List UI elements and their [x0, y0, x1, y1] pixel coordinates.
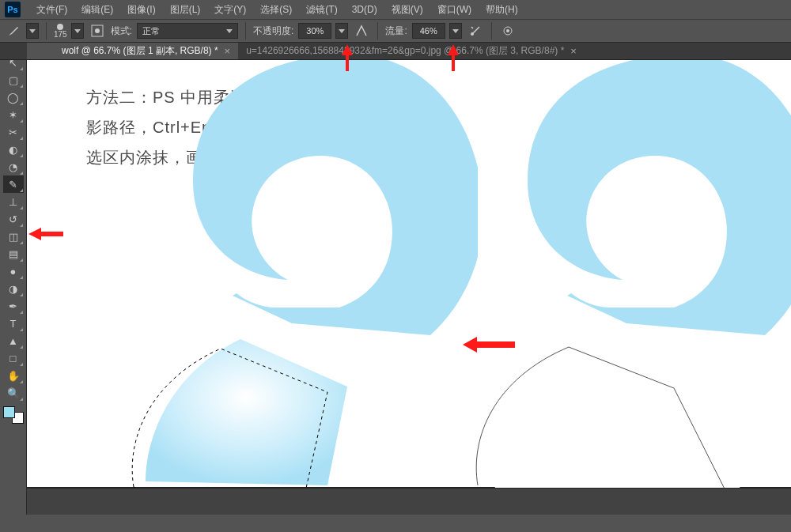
menu-3d[interactable]: 3D(D): [346, 2, 384, 17]
heal-tool[interactable]: ◔: [3, 158, 24, 175]
close-icon[interactable]: ×: [570, 45, 577, 57]
svg-point-4: [506, 29, 509, 32]
tool-preset-dropdown[interactable]: [26, 23, 39, 39]
svg-marker-7: [28, 228, 63, 240]
brush-panel-toggle[interactable]: [89, 22, 106, 40]
eyedropper-tool[interactable]: ◐: [3, 141, 24, 158]
separator: [377, 22, 378, 40]
brush-size-value[interactable]: 175: [54, 30, 67, 39]
canvas[interactable]: 方法二：PS 中用柔边画笔。用钢笔勾出阴 影路径，Ctrl+Enter 变成选区…: [27, 43, 791, 487]
annotation-arrow: [463, 335, 518, 354]
brush-dot-icon: [57, 24, 63, 30]
airbrush-icon[interactable]: [467, 22, 484, 40]
opacity-label: 不透明度:: [253, 25, 293, 38]
annotation-arrow: [441, 44, 465, 76]
menu-help[interactable]: 帮助(H): [479, 2, 524, 18]
tool-panel: ↖▢◯✶✂◐◔✎⊥↺◫▤●◑✒T▲□✋🔍: [0, 43, 27, 515]
quick-select-tool[interactable]: ✶: [3, 106, 24, 123]
separator: [46, 22, 47, 40]
stamp-tool[interactable]: ⊥: [3, 193, 24, 210]
foreground-swatch[interactable]: [3, 406, 15, 418]
tab-title: wolf @ 66.7% (图层 1 副本, RGB/8) *: [62, 44, 218, 58]
document-tab-bar: wolf @ 66.7% (图层 1 副本, RGB/8) * × u=1426…: [0, 43, 791, 60]
menu-filter[interactable]: 滤镜(T): [300, 2, 343, 18]
flow-dropdown[interactable]: [449, 23, 462, 39]
blend-mode-dropdown[interactable]: 正常: [137, 23, 238, 39]
menu-image[interactable]: 图像(I): [121, 2, 161, 18]
menu-bar: Ps 文件(F) 编辑(E) 图像(I) 图层(L) 文字(Y) 选择(S) 滤…: [0, 0, 791, 19]
rect-marquee-tool[interactable]: ▢: [3, 71, 24, 89]
shape-tool[interactable]: □: [3, 349, 24, 367]
opacity-dropdown[interactable]: [335, 23, 348, 39]
gradient-tool[interactable]: ▤: [3, 245, 24, 262]
mode-label: 模式:: [111, 25, 132, 38]
eraser-tool[interactable]: ◫: [3, 228, 24, 245]
svg-marker-5: [342, 44, 353, 71]
zoom-tool[interactable]: 🔍: [3, 384, 24, 402]
dodge-tool[interactable]: ◑: [3, 280, 24, 297]
menu-layer[interactable]: 图层(L): [164, 2, 207, 18]
type-tool[interactable]: T: [3, 315, 24, 332]
pressure-size-icon[interactable]: [499, 22, 517, 40]
svg-point-2: [471, 32, 474, 36]
menu-edit[interactable]: 编辑(E): [75, 2, 119, 18]
canvas-area: 方法二：PS 中用柔边画笔。用钢笔勾出阴 影路径，Ctrl+Enter 变成选区…: [27, 43, 791, 515]
close-icon[interactable]: ×: [225, 45, 231, 57]
svg-marker-8: [463, 337, 515, 353]
history-brush-tool[interactable]: ↺: [3, 210, 24, 228]
pen-tool[interactable]: ✒: [3, 297, 24, 315]
svg-point-1: [95, 28, 100, 33]
crop-tool[interactable]: ✂: [3, 123, 24, 141]
flow-input[interactable]: 46%: [412, 23, 445, 39]
app-logo: Ps: [5, 2, 21, 17]
annotation-arrow: [28, 224, 68, 243]
current-tool-icon[interactable]: [5, 22, 22, 40]
brush-tool[interactable]: ✎: [3, 175, 24, 193]
svg-marker-6: [448, 44, 459, 71]
document-tab-inactive[interactable]: u=1426926666,1568843932&fm=26&gp=0.jpg @…: [238, 43, 585, 59]
flow-label: 流量:: [385, 25, 407, 38]
blend-mode-value: 正常: [142, 25, 160, 37]
color-swatches[interactable]: [3, 406, 24, 424]
document-tab-active[interactable]: wolf @ 66.7% (图层 1 副本, RGB/8) * ×: [54, 43, 238, 59]
path-select-tool[interactable]: ▲: [3, 332, 24, 349]
separator: [245, 22, 246, 40]
menu-select[interactable]: 选择(S): [254, 2, 298, 18]
menu-view[interactable]: 视图(V): [385, 2, 430, 18]
separator: [491, 22, 492, 40]
opacity-input[interactable]: 30%: [298, 23, 331, 39]
brush-picker-dropdown[interactable]: [71, 23, 84, 39]
menu-file[interactable]: 文件(F): [30, 2, 74, 18]
hand-tool[interactable]: ✋: [3, 367, 24, 384]
lasso-tool[interactable]: ◯: [3, 89, 24, 106]
blur-tool[interactable]: ●: [3, 262, 24, 280]
pressure-opacity-icon[interactable]: [353, 22, 370, 40]
workspace: ↖▢◯✶✂◐◔✎⊥↺◫▤●◑✒T▲□✋🔍 方法二：PS 中用柔边画笔。用钢笔勾出…: [0, 43, 791, 515]
status-bar: [27, 488, 791, 515]
annotation-arrow: [335, 44, 359, 76]
tab-title: u=1426926666,1568843932&fm=26&gp=0.jpg @…: [246, 44, 564, 58]
menu-window[interactable]: 窗口(W): [431, 2, 478, 18]
options-bar: 175 模式: 正常 不透明度: 30% 流量: 46%: [0, 19, 791, 43]
menu-type[interactable]: 文字(Y): [208, 2, 252, 18]
